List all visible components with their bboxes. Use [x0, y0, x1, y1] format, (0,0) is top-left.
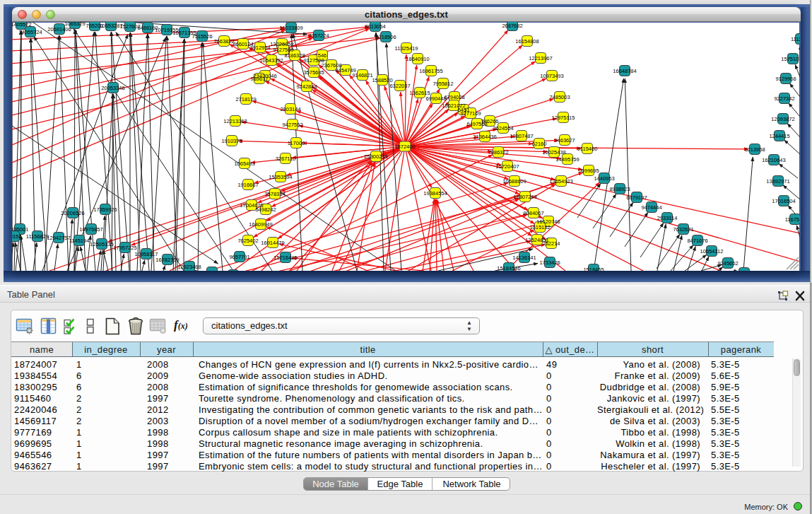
svg-text:6879197: 6879197	[626, 194, 647, 201]
svg-text:7955812: 7955812	[433, 81, 453, 87]
svg-text:2718179: 2718179	[235, 96, 256, 103]
svg-text:746266: 746266	[481, 118, 498, 124]
svg-text:39154: 39154	[7, 233, 22, 240]
svg-text:10543392: 10543392	[259, 57, 283, 64]
svg-text:3575685: 3575685	[303, 69, 324, 76]
svg-text:546: 546	[318, 52, 327, 59]
svg-text:15720407: 15720407	[495, 163, 519, 170]
svg-text:1167533: 1167533	[785, 216, 806, 223]
svg-text:25300235: 25300235	[364, 153, 387, 160]
svg-text:8813054: 8813054	[365, 23, 385, 30]
svg-text:20053346: 20053346	[101, 85, 124, 91]
svg-text:17016504: 17016504	[772, 198, 795, 204]
svg-text:10807487: 10807487	[510, 133, 533, 139]
svg-text:7485003: 7485003	[549, 94, 570, 100]
svg-text:3624554: 3624554	[493, 125, 513, 132]
svg-text:10973493: 10973493	[540, 73, 563, 79]
svg-text:12213967: 12213967	[529, 55, 552, 62]
svg-text:11325419: 11325419	[395, 45, 418, 52]
svg-text:14055724: 14055724	[18, 29, 42, 35]
svg-text:2933114: 2933114	[657, 215, 678, 221]
svg-text:1112841: 1112841	[791, 36, 811, 42]
svg-text:17359926: 17359926	[93, 206, 117, 213]
svg-text:62160: 62160	[532, 141, 547, 147]
svg-text:16782759: 16782759	[155, 257, 179, 263]
svg-text:9115460: 9115460	[577, 146, 598, 152]
svg-text:1065329: 1065329	[64, 21, 85, 27]
svg-text:7663822: 7663822	[213, 38, 234, 45]
svg-text:16648784: 16648784	[613, 68, 636, 74]
svg-text:9146821: 9146821	[352, 72, 372, 78]
svg-text:10975857: 10975857	[79, 226, 102, 233]
svg-text:9777169: 9777169	[460, 110, 481, 117]
svg-text:1292347: 1292347	[201, 269, 222, 276]
svg-text:6322037: 6322037	[389, 83, 410, 89]
svg-text:10025438: 10025438	[542, 149, 565, 156]
svg-text:6794028: 6794028	[444, 94, 464, 100]
svg-text:16914479: 16914479	[261, 240, 284, 246]
svg-text:9427552: 9427552	[282, 122, 302, 128]
svg-text:20206526: 20206526	[61, 210, 84, 216]
svg-text:9242848: 9242848	[296, 83, 317, 90]
svg-text:12942757: 12942757	[47, 235, 70, 241]
svg-text:16033809: 16033809	[279, 25, 302, 31]
svg-text:9129966: 9129966	[775, 76, 796, 82]
svg-text:15751074: 15751074	[781, 56, 804, 62]
svg-text:1733426: 1733426	[539, 259, 560, 266]
svg-text:16154808: 16154808	[515, 38, 539, 45]
svg-text:1615132: 1615132	[529, 224, 550, 230]
svg-text:1910375: 1910375	[221, 138, 242, 144]
svg-text:12923468: 12923468	[177, 264, 201, 270]
svg-text:9227342: 9227342	[774, 95, 794, 102]
svg-text:9218506: 9218506	[375, 34, 396, 40]
svg-text:18807249: 18807249	[513, 194, 536, 200]
svg-text:9463627: 9463627	[554, 137, 575, 144]
svg-text:19384554: 19384554	[423, 190, 447, 197]
svg-text:16210643: 16210643	[762, 157, 785, 163]
svg-text:9084067: 9084067	[523, 210, 543, 216]
svg-text:1145194: 1145194	[69, 238, 90, 244]
svg-text:13654923: 13654923	[549, 178, 572, 185]
svg-text:3267110: 3267110	[276, 156, 296, 162]
svg-text:15184546: 15184546	[497, 265, 520, 271]
svg-text:1065493: 1065493	[234, 160, 254, 167]
svg-text:11156829: 11156829	[26, 233, 49, 240]
svg-text:9245612: 9245612	[734, 270, 754, 276]
svg-text:1244415: 1244415	[769, 133, 789, 139]
svg-text:989617: 989617	[250, 76, 268, 82]
svg-text:8213958: 8213958	[744, 146, 765, 153]
svg-text:0699695: 0699695	[578, 168, 599, 174]
svg-text:1518455: 1518455	[583, 267, 604, 273]
svg-text:6990448: 6990448	[425, 95, 446, 102]
svg-text:1440953: 1440953	[594, 175, 614, 182]
svg-text:9657791: 9657791	[229, 254, 249, 260]
svg-text:1405572: 1405572	[11, 21, 31, 28]
svg-text:12093872: 12093872	[771, 116, 794, 122]
svg-text:10958117: 10958117	[135, 251, 158, 257]
svg-text:9474444: 9474444	[641, 204, 661, 211]
svg-text:20691406: 20691406	[47, 26, 71, 33]
svg-text:14495759: 14495759	[555, 156, 579, 163]
svg-text:8186328: 8186328	[284, 52, 305, 59]
svg-text:9245652: 9245652	[717, 260, 738, 267]
svg-text:16409949: 16409949	[249, 221, 272, 228]
svg-text:12505135: 12505135	[90, 241, 113, 247]
svg-text:3912954: 3912954	[249, 45, 270, 51]
svg-text:10688609: 10688609	[502, 178, 526, 185]
svg-text:12975115: 12975115	[552, 115, 575, 121]
svg-text:952410: 952410	[224, 272, 242, 279]
svg-text:117008: 117008	[288, 140, 305, 146]
svg-text:7632621: 7632621	[673, 226, 693, 233]
svg-text:16961755: 16961755	[419, 68, 442, 74]
svg-text:3578334: 3578334	[264, 191, 285, 197]
svg-text:17957225: 17957225	[113, 245, 136, 251]
svg-text:7986322: 7986322	[488, 149, 508, 156]
svg-text:8471676: 8471676	[687, 238, 707, 244]
svg-text:1916687: 1916687	[237, 182, 258, 188]
svg-text:1872400: 1872400	[394, 144, 415, 150]
svg-text:8938923: 8938923	[609, 186, 630, 192]
svg-text:14136141: 14136141	[512, 255, 536, 261]
svg-text:13692971: 13692971	[766, 178, 789, 185]
svg-text:2687682: 2687682	[502, 23, 522, 29]
svg-text:15716485: 15716485	[273, 255, 297, 261]
